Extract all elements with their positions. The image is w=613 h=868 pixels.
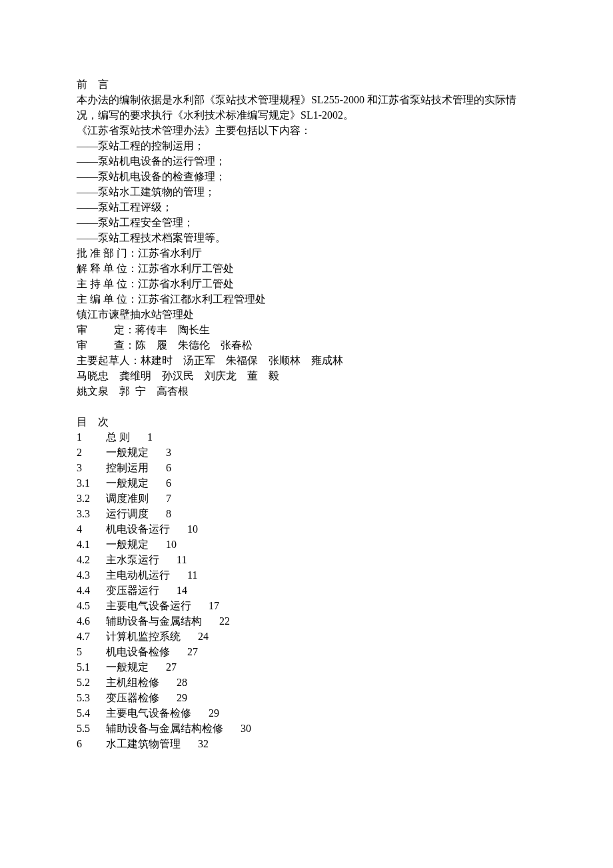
drafters-line: 主要起草人：林建时 汤正军 朱福保 张顺林 雍成林 [77,353,536,368]
toc-number: 4 [77,521,106,537]
toc-row: 4.4变压器运行14 [77,583,536,598]
toc-row: 5.1一般规定27 [77,659,536,675]
toc-row: 3.2调度准则7 [77,491,536,506]
toc-page: 27 [187,644,198,659]
toc-row: 2一般规定3 [77,445,536,460]
toc-title: 一般规定 [106,445,149,460]
toc-row: 3控制运用6 [77,460,536,475]
toc-title: 一般规定 [106,659,149,675]
toc-number: 4.2 [77,552,106,567]
preface-para1: 本办法的编制依据是水利部《泵站技术管理规程》SL255-2000 和江苏省泵站技… [77,92,536,123]
toc-number: 5 [77,644,106,659]
shending-line: 审 定：蒋传丰 陶长生 [77,322,536,337]
interpret-unit: 解 释 单 位：江苏省水利厅工管处 [77,261,536,276]
toc-page: 27 [166,659,177,675]
preface-para2: 《江苏省泵站技术管理办法》主要包括以下内容： [77,123,536,138]
drafters-line: 姚文泉 郭 宁 高杏根 [77,383,536,399]
toc-row: 4机电设备运行10 [77,521,536,537]
toc-title: 一般规定 [106,537,149,552]
toc-row: 4.2主水泵运行11 [77,552,536,567]
preface-item: ——泵站机电设备的运行管理； [77,153,536,169]
editor-unit: 主 编 单 位：江苏省江都水利工程管理处 [77,291,536,307]
toc-page: 30 [241,721,251,736]
toc-title: 机电设备运行 [106,521,170,537]
shencha-line: 审 查：陈 履 朱德伦 张春松 [77,337,536,353]
toc-title: 主要电气设备检修 [106,705,191,721]
toc-title: 水工建筑物管理 [106,736,181,751]
toc-number: 4.7 [77,629,106,644]
toc-number: 2 [77,445,106,460]
toc-page: 17 [209,598,219,613]
toc-title: 机电设备检修 [106,644,170,659]
blank-line [77,399,536,414]
toc-row: 4.5主要电气设备运行17 [77,598,536,613]
toc-page: 22 [219,613,230,629]
toc-title: 主水泵运行 [106,552,159,567]
toc-row: 4.6辅助设备与金属结构22 [77,613,536,629]
toc-title: 主电动机运行 [106,567,170,583]
preface-item: ——泵站水工建筑物的管理； [77,184,536,199]
toc-page: 29 [209,705,219,721]
preface-item: ——泵站机电设备的检查修理； [77,169,536,184]
editor-unit-2: 镇江市谏壁抽水站管理处 [77,307,536,322]
toc-page: 10 [166,537,177,552]
toc-title: 辅助设备与金属结构 [106,613,202,629]
toc-number: 4.4 [77,583,106,598]
toc-row: 6水工建筑物管理32 [77,736,536,751]
toc-row: 5.4主要电气设备检修29 [77,705,536,721]
toc-row: 3.1一般规定6 [77,475,536,491]
toc-number: 5.1 [77,659,106,675]
toc-row: 4.1一般规定10 [77,537,536,552]
toc-row: 5.3变压器检修29 [77,690,536,705]
toc-title: 主机组检修 [106,675,159,690]
toc-title: 控制运用 [106,460,149,475]
toc-title: 变压器检修 [106,690,159,705]
toc-row: 1总 则1 [77,429,536,445]
toc-page: 28 [177,675,187,690]
toc-page: 8 [166,506,171,521]
toc-title: 变压器运行 [106,583,159,598]
toc-number: 4.3 [77,567,106,583]
toc-number: 3.1 [77,475,106,491]
host-unit: 主 持 单 位：江苏省水利厅工管处 [77,276,536,291]
toc-heading: 目 次 [77,414,536,429]
toc-number: 4.6 [77,613,106,629]
toc-number: 6 [77,736,106,751]
preface-item: ——泵站工程评级； [77,199,536,215]
toc-page: 10 [187,521,198,537]
toc-title: 总 则 [106,429,130,445]
toc-number: 5.3 [77,690,106,705]
approval-dept: 批 准 部 门：江苏省水利厅 [77,245,536,261]
toc-title: 调度准则 [106,491,149,506]
toc-title: 运行调度 [106,506,149,521]
toc-number: 5.5 [77,721,106,736]
toc-title: 辅助设备与金属结构检修 [106,721,223,736]
toc-page: 14 [177,583,187,598]
toc-page: 32 [198,736,209,751]
toc-number: 5.2 [77,675,106,690]
toc-title: 一般规定 [106,475,149,491]
toc-row: 3.3运行调度8 [77,506,536,521]
toc-page: 24 [198,629,209,644]
toc-page: 6 [166,460,171,475]
preface-item: ——泵站工程的控制运用； [77,138,536,153]
toc-number: 4.1 [77,537,106,552]
toc-row: 5.2主机组检修28 [77,675,536,690]
toc-number: 3 [77,460,106,475]
drafters-line: 马晓忠 龚维明 孙汉民 刘庆龙 董 毅 [77,368,536,383]
toc-page: 3 [166,445,171,460]
preface-heading: 前 言 [77,77,536,92]
toc-page: 11 [177,552,187,567]
toc-list: 1总 则12一般规定33控制运用63.1一般规定63.2调度准则73.3运行调度… [77,429,536,751]
toc-row: 4.7计算机监控系统24 [77,629,536,644]
preface-item: ——泵站工程技术档案管理等。 [77,230,536,245]
toc-page: 7 [166,491,171,506]
toc-number: 5.4 [77,705,106,721]
toc-page: 11 [187,567,197,583]
toc-number: 1 [77,429,106,445]
toc-title: 计算机监控系统 [106,629,181,644]
toc-row: 5.5辅助设备与金属结构检修30 [77,721,536,736]
toc-number: 4.5 [77,598,106,613]
toc-row: 5机电设备检修27 [77,644,536,659]
toc-row: 4.3主电动机运行11 [77,567,536,583]
